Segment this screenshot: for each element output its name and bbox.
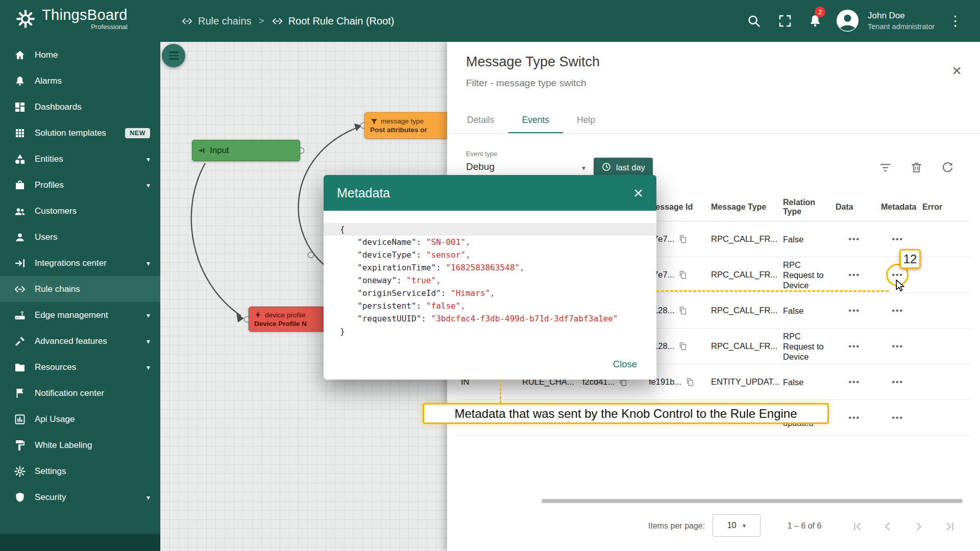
metadata-json-viewer[interactable]: { "deviceName": "SN-001", "deviceType": … [324,211,656,338]
breadcrumb-rule-chains[interactable]: Rule chains [181,15,252,27]
chevron-down-icon: ▾ [146,337,150,345]
copy-icon[interactable] [678,234,688,244]
annotation-callout: Metadata that was sent by the Knob Contr… [423,403,829,424]
event-type-select[interactable]: Event type Debug ▾ [466,149,587,177]
chevron-down-icon: ▾ [146,311,150,319]
sidebar-item-notification-center[interactable]: Notification center [0,380,160,406]
json-line: "deviceType": "sensor", [336,248,644,261]
tab-details[interactable]: Details [453,107,508,133]
sidebar-item-home[interactable]: Home [0,42,160,68]
items-per-page-select[interactable]: 10 ▾ [713,514,761,537]
data-dots-button[interactable]: ••• [848,377,860,387]
copy-icon[interactable] [678,270,688,280]
sidebar-item-label: Resources [35,362,76,372]
col-message-type: Message Type [707,193,779,221]
sidebar-item-profiles[interactable]: Profiles ▾ [0,172,160,198]
json-line: { [324,223,656,236]
tab-events[interactable]: Events [508,107,564,133]
page-range-label: 1 – 6 of 6 [774,521,835,531]
person-icon [14,231,26,243]
annotation-dashed-line-horizontal [656,290,889,292]
sidebar-item-rule-chains[interactable]: Rule chains [0,276,160,302]
sidebar-item-label: Notification center [35,388,104,398]
metadata-dots-button[interactable]: ••• [892,413,903,423]
node-message-type-switch[interactable]: message type Post attributes or [364,112,447,139]
sidebar-item-label: Home [35,50,58,60]
relation-type: RPC Request to Device [779,257,831,292]
top-bar: ThingsBoard Professional Rule chains > R… [0,0,980,42]
panel-tabs: Details Events Help [447,107,980,134]
sidebar-item-dashboards[interactable]: Dashboards [0,94,160,120]
event-type-value: Debug [466,161,495,172]
new-badge: NEW [125,128,150,138]
canvas-menu-fab[interactable] [162,44,185,67]
sidebar-item-solution-templates[interactable]: Solution templates NEW [0,120,160,146]
next-page-button[interactable] [909,516,929,537]
sidebar-item-edge-management[interactable]: Edge management ▾ [0,302,160,328]
json-line: "persistent": "false", [336,299,644,312]
metadata-dots-button[interactable]: ••• [892,341,903,352]
items-per-page-label: Items per page: [648,521,705,531]
breadcrumb-root-rule-chain: Root Rule Chain (Root) [272,15,395,27]
node-input[interactable]: Input [192,140,300,161]
sidebar-item-white-labeling[interactable]: White Labeling [0,432,160,458]
close-button[interactable]: Close [605,355,645,374]
metadata-dots-button[interactable]: ••• [892,377,903,387]
node-device-profile[interactable]: device profile Device Profile N [249,307,326,332]
previous-page-button[interactable] [877,516,898,537]
pagination: Items per page: 10 ▾ 1 – 6 of 6 [447,510,980,543]
breadcrumb-label: Root Rule Chain (Root) [288,15,395,27]
metadata-dots-button[interactable]: ••• [892,306,903,316]
sidebar-item-advanced-features[interactable]: Advanced features ▾ [0,328,160,354]
chevron-down-icon: ▾ [146,259,150,267]
app-logo[interactable]: ThingsBoard Professional [15,7,128,31]
more-menu-icon[interactable]: ⋮ [948,12,962,30]
sidebar-item-resources[interactable]: Resources ▾ [0,354,160,380]
sidebar-footer [0,534,160,551]
sidebar-item-api-usage[interactable]: Api Usage [0,406,160,432]
sidebar-item-settings[interactable]: Settings [0,458,160,484]
sidebar-item-label: Advanced features [35,336,107,346]
copy-icon[interactable] [685,377,695,387]
sidebar-item-label: Rule chains [35,284,80,294]
filter-list-icon[interactable] [878,161,892,174]
data-dots-button[interactable]: ••• [848,341,860,352]
horizontal-scrollbar[interactable] [542,499,963,503]
sidebar: Home Alarms Dashboards Solution template… [0,42,160,551]
sidebar-item-label: Security [35,492,66,503]
sidebar-item-alarms[interactable]: Alarms [0,68,160,94]
copy-icon[interactable] [678,341,688,352]
briefcase-icon [14,179,26,191]
data-dots-button[interactable]: ••• [848,234,860,244]
apps-grid-icon [14,127,26,139]
close-panel-button[interactable]: × [952,62,962,79]
message-type: RPC_CALL_FR... [707,257,779,292]
last-page-button[interactable] [940,516,960,537]
copy-icon[interactable] [678,306,688,316]
close-dialog-icon[interactable]: × [633,185,643,201]
sidebar-item-label: Integrations center [35,258,107,268]
avatar[interactable] [836,9,860,33]
refresh-icon[interactable] [941,161,954,174]
flash-icon [254,311,262,319]
sidebar-item-users[interactable]: Users [0,224,160,250]
metadata-dialog-footer: Close [324,349,656,380]
sidebar-item-entities[interactable]: Entities ▾ [0,146,160,172]
data-dots-button[interactable]: ••• [848,270,860,280]
sidebar-item-security[interactable]: Security ▾ [0,484,160,510]
search-icon[interactable] [746,13,762,29]
data-dots-button[interactable]: ••• [848,413,860,423]
relation-type: False [779,364,831,399]
first-page-button[interactable] [847,516,868,537]
sidebar-item-customers[interactable]: Customers [0,198,160,224]
relation-type: RPC Request to Device [779,329,831,364]
metadata-dialog: Metadata × { "deviceName": "SN-001", "de… [324,175,656,380]
sidebar-item-integrations-center[interactable]: Integrations center ▾ [0,250,160,276]
delete-icon[interactable] [910,161,923,174]
metadata-dots-button[interactable]: ••• [892,234,903,244]
data-dots-button[interactable]: ••• [848,306,860,316]
tab-help[interactable]: Help [563,107,609,133]
clock-icon [601,162,611,174]
fullscreen-icon[interactable] [777,13,793,29]
dialog-title: Metadata [337,186,390,201]
